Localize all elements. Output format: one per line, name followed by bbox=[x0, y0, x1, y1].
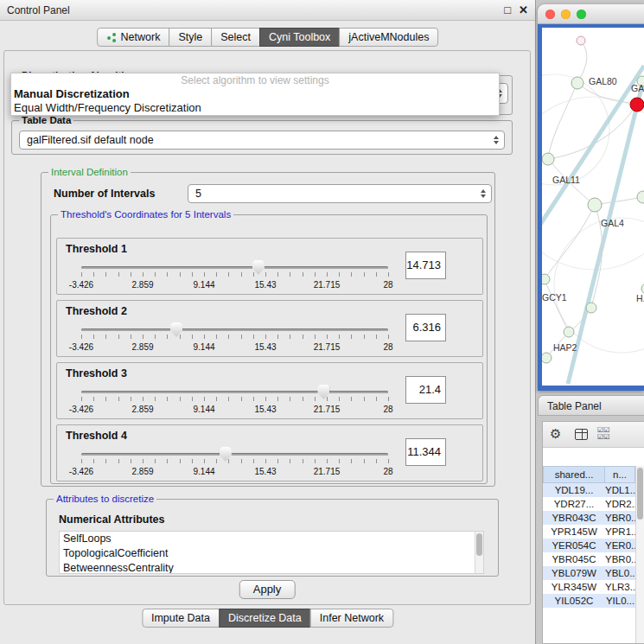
combobox-value: galFiltered.sif default node bbox=[27, 134, 154, 146]
table-row[interactable]: YBR043CYBR0... bbox=[543, 511, 635, 525]
threshold-value-field[interactable]: 14.713 bbox=[405, 252, 446, 279]
threshold-value-field[interactable]: 21.4 bbox=[405, 376, 446, 404]
tab-infer-network[interactable]: Infer Network bbox=[310, 609, 393, 628]
stepper-icon bbox=[494, 136, 499, 144]
tab-discretize-data[interactable]: Discretize Data bbox=[219, 609, 311, 628]
scale-label: 15.43 bbox=[254, 280, 276, 290]
table-row[interactable]: YBR045CYBR0... bbox=[543, 552, 635, 566]
network-edge[interactable] bbox=[595, 197, 643, 205]
table-data-combobox[interactable]: galFiltered.sif default node bbox=[19, 131, 505, 150]
threshold-4-slider[interactable]: -3.4262.8599.14415.4321.71528 bbox=[66, 444, 412, 481]
slider-track[interactable] bbox=[81, 328, 388, 331]
threshold-2-slider[interactable]: -3.4262.8599.14415.4321.71528 bbox=[66, 320, 412, 356]
network-icon bbox=[106, 32, 117, 42]
threshold-value-field[interactable]: 6.316 bbox=[405, 314, 446, 341]
threshold-1-slider[interactable]: -3.4262.8599.14415.4321.71528 bbox=[66, 258, 412, 294]
node-label: GAL4 bbox=[601, 218, 624, 228]
dropdown-option-manual-discretization[interactable]: Manual Discretization bbox=[11, 87, 499, 101]
network-edge[interactable] bbox=[577, 41, 587, 83]
table-row[interactable]: YPR145WYPR1... bbox=[543, 525, 635, 539]
threshold-label: Threshold 2 bbox=[66, 305, 127, 317]
table-panel-title: Table Panel bbox=[547, 400, 602, 412]
tab-network[interactable]: Network bbox=[97, 28, 170, 47]
column-header-shared-name[interactable]: shared... bbox=[543, 466, 605, 483]
numerical-attributes-list[interactable]: SelfLoopsTopologicalCoefficientBetweenne… bbox=[59, 531, 484, 574]
network-node-hap2[interactable] bbox=[564, 327, 574, 337]
gear-icon[interactable]: ⚙ bbox=[550, 426, 561, 442]
slider-track[interactable] bbox=[81, 266, 388, 269]
scale-label: 9.144 bbox=[193, 467, 214, 476]
tab-jactivemnodules[interactable]: jActiveMNodules bbox=[339, 28, 438, 47]
network-focus-frame: GAL80GA...GAL11GAL4GCY1H...HAP2 bbox=[538, 24, 644, 391]
number-of-intervals-combobox[interactable]: 5 bbox=[188, 184, 492, 203]
attribute-item[interactable]: BetweennessCentrality bbox=[60, 561, 483, 574]
network-view-window: GAL80GA...GAL11GAL4GCY1H...HAP2 bbox=[538, 4, 644, 391]
table-cell: YIL0... bbox=[605, 594, 635, 608]
zoom-traffic-light-icon[interactable] bbox=[577, 10, 586, 19]
list-scrollbar[interactable] bbox=[475, 532, 483, 573]
network-canvas[interactable]: GAL80GA...GAL11GAL4GCY1H...HAP2 bbox=[542, 28, 644, 386]
threshold-3-slider[interactable]: -3.4262.8599.14415.4321.71528 bbox=[66, 382, 412, 418]
slider-track[interactable] bbox=[81, 453, 388, 456]
table-cell: YDL1... bbox=[605, 483, 635, 497]
scrollbar-thumb[interactable] bbox=[476, 533, 482, 556]
table-rows: YDL19...YDL1...YDR27...YDR2...YBR043CYBR… bbox=[543, 483, 635, 608]
close-icon[interactable]: ✕ bbox=[519, 3, 528, 17]
group-legend: Attributes to discretize bbox=[54, 493, 156, 505]
dropdown-placeholder: Select algorithm to view settings bbox=[11, 73, 499, 87]
select-columns-icon[interactable]: ☑☑ ☑☑ bbox=[597, 427, 609, 441]
stepper-icon bbox=[481, 189, 486, 198]
table-row[interactable]: YDL19...YDL1... bbox=[543, 483, 635, 497]
network-node-gal4[interactable] bbox=[588, 198, 602, 212]
column-header-name[interactable]: n... bbox=[605, 466, 635, 483]
network-node-gcy1[interactable] bbox=[542, 274, 550, 284]
table-row[interactable]: YER054CYER0... bbox=[543, 539, 635, 552]
table-row[interactable]: YBL079WYBL0... bbox=[543, 566, 635, 580]
network-edge[interactable] bbox=[548, 83, 577, 159]
threshold-4-panel: Threshold 4 -3.4262.8599.14415.4321.7152… bbox=[56, 424, 483, 481]
scale-label: -3.426 bbox=[69, 467, 93, 476]
number-of-intervals-label: Number of Intervals bbox=[54, 188, 155, 200]
scale-label: 28 bbox=[383, 467, 392, 476]
tab-style[interactable]: Style bbox=[169, 28, 212, 47]
network-node[interactable] bbox=[637, 191, 644, 203]
table-scrollbar[interactable] bbox=[635, 466, 644, 643]
slider-track[interactable] bbox=[81, 391, 388, 393]
network-node-gal11[interactable] bbox=[542, 153, 554, 165]
apply-button[interactable]: Apply bbox=[239, 580, 296, 599]
tab-cyni-toolbox[interactable]: Cyni Toolbox bbox=[259, 28, 340, 47]
network-node[interactable] bbox=[542, 353, 552, 363]
tab-select[interactable]: Select bbox=[211, 28, 260, 47]
float-window-icon[interactable]: □ bbox=[504, 3, 511, 17]
network-node[interactable] bbox=[577, 36, 585, 45]
scale-label: 28 bbox=[383, 342, 392, 352]
dropdown-option-equal-width-frequency[interactable]: Equal Width/Frequency Discretization bbox=[11, 101, 499, 115]
selected-red-node[interactable] bbox=[630, 98, 644, 112]
network-window-titlebar[interactable] bbox=[538, 4, 644, 24]
tab-impute-data[interactable]: Impute Data bbox=[142, 609, 220, 628]
table-row[interactable]: YIL052CYIL0... bbox=[543, 594, 635, 608]
columns-icon[interactable] bbox=[575, 429, 588, 440]
attribute-item[interactable]: SelfLoops bbox=[60, 532, 483, 546]
scale-label: -3.426 bbox=[69, 405, 93, 414]
threshold-1-panel: Threshold 1 -3.4262.8599.14415.4321.7152… bbox=[56, 238, 483, 295]
control-panel-titlebar[interactable]: Control Panel □ ✕ bbox=[0, 0, 535, 21]
threshold-label: Threshold 3 bbox=[66, 367, 127, 379]
scrollbar-thumb[interactable] bbox=[637, 468, 643, 520]
slider-ticks bbox=[81, 335, 389, 339]
table-panel-titlebar[interactable]: Table Panel bbox=[538, 395, 644, 416]
close-traffic-light-icon[interactable] bbox=[545, 10, 555, 19]
table-toolbar: ⚙ ☑☑ ☑☑ bbox=[543, 422, 644, 448]
node-label: GAL11 bbox=[552, 175, 580, 185]
network-node[interactable] bbox=[586, 303, 596, 313]
threshold-value-field[interactable]: 11.344 bbox=[405, 438, 446, 466]
table-cell: YDR27... bbox=[543, 497, 605, 511]
attribute-item[interactable]: TopologicalCoefficient bbox=[60, 546, 483, 561]
table-row[interactable]: YDR27...YDR2... bbox=[543, 497, 635, 511]
minimize-traffic-light-icon[interactable] bbox=[561, 10, 571, 19]
tab-label: Style bbox=[178, 29, 202, 46]
node-label: GCY1 bbox=[542, 292, 567, 303]
table-row[interactable]: YLR345WYLR3... bbox=[543, 580, 635, 594]
scale-label: 15.43 bbox=[254, 405, 276, 414]
network-node-gal80[interactable] bbox=[571, 77, 583, 89]
